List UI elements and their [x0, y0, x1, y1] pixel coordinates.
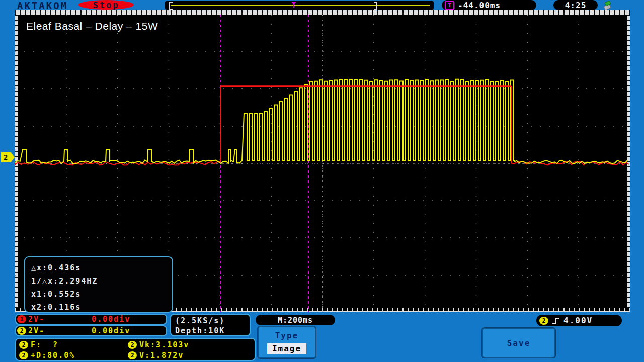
measurement-duty: 2 +D:80.0%: [19, 351, 75, 360]
stop-label: Stop: [93, 0, 120, 10]
rising-edge-icon: [551, 316, 560, 325]
annotation-title: Eleaf Basal – Delay – 15W: [26, 20, 158, 32]
meas-duty-value: +D:80.0%: [31, 351, 75, 360]
trigger-readout: 2 4.00V: [536, 315, 622, 326]
channel2-scale: 2V-: [28, 326, 45, 335]
measurement-vk: 2 Vk:3.103v: [128, 340, 189, 349]
meas-ch-badge: 2: [19, 351, 28, 359]
trigger-channel-badge: 2: [539, 317, 548, 325]
trigger-t-icon: T: [445, 1, 454, 10]
channel2-badge: 2: [17, 327, 26, 335]
left-bracket-icon: [169, 2, 173, 10]
meas-ch-badge: 2: [128, 341, 137, 349]
usb-drive-icon: [602, 1, 615, 10]
right-bracket-icon: [374, 2, 377, 10]
cursor-x1: x1:0.552s: [31, 288, 166, 301]
measurement-v: 2 V:1.872v: [128, 351, 184, 360]
channel1-scale: 2V-: [28, 315, 45, 324]
channel1-offset: 0.00div: [92, 315, 130, 324]
stop-button[interactable]: Stop: [78, 0, 134, 10]
type-button[interactable]: Type Image: [258, 326, 316, 358]
waveform-display: Eleaf Basal – Delay – 15W △x:0.436s 1/△x…: [15, 10, 630, 312]
meas-frequency-value: F: ?: [31, 340, 58, 349]
channel2-readout: 2 2V- 0.00div: [15, 325, 167, 336]
header-bar: AKTAKOM Stop T -44.00ms 4:25: [0, 0, 644, 10]
meas-ch-badge: 2: [19, 341, 28, 349]
channel2-offset: 0.00div: [92, 326, 130, 335]
channel2-marker-label: 2: [4, 153, 8, 161]
type-button-title: Type: [259, 331, 315, 340]
memory-depth-value: Depth:10K: [175, 326, 246, 336]
trigger-level-value: 4.00V: [564, 316, 593, 325]
channel1-badge: 1: [17, 315, 26, 323]
pretrigger-line: [171, 5, 430, 6]
ruler-top: [15, 10, 630, 15]
save-button[interactable]: Save: [482, 328, 555, 358]
trigger-offset-readout: T -44.00ms: [442, 0, 536, 10]
save-button-label: Save: [507, 338, 531, 348]
measurement-frequency: 2 F: ?: [19, 340, 58, 349]
brand-label: AKTAKOM: [17, 0, 68, 11]
trigger-offset-value: -44.00ms: [458, 1, 501, 10]
cursor-delta-x: △x:0.436s: [31, 261, 166, 275]
channel1-readout: 1 2V- 0.00div: [15, 314, 167, 325]
type-selected-value: Image: [267, 343, 306, 354]
meas-vk-value: Vk:3.103v: [139, 340, 189, 349]
cursor-freq: 1/△x:2.294HZ: [31, 275, 166, 288]
sample-rate-value: (2.5KS/s): [175, 316, 246, 326]
clock-readout: 4:25: [553, 0, 598, 10]
timebase-readout: M:200ms: [256, 315, 335, 325]
oscilloscope-screen: { "header": { "brand": "AKTAKOM", "run_s…: [0, 0, 644, 362]
footer-bar: 1 2V- 0.00div 2 2V- 0.00div (2.5KS/s) De…: [0, 312, 644, 362]
meas-ch-badge: 2: [128, 351, 137, 359]
meas-v-value: V:1.872v: [139, 351, 184, 360]
measurements-box: 2 F: ? 2 Vk:3.103v 2 +D:80.0% 2 V:1.872v: [15, 338, 256, 361]
trigger-position-marker-icon: [291, 1, 297, 8]
acquisition-readout: (2.5KS/s) Depth:10K: [170, 314, 251, 336]
channel2-position-marker: 2: [1, 152, 15, 162]
pretrigger-position-bar: [165, 1, 434, 10]
cursor-measurement-panel: △x:0.436s 1/△x:2.294HZ x1:0.552s x2:0.11…: [24, 256, 173, 313]
clock-value: 4:25: [565, 1, 587, 10]
timebase-value: M:200ms: [278, 316, 313, 325]
